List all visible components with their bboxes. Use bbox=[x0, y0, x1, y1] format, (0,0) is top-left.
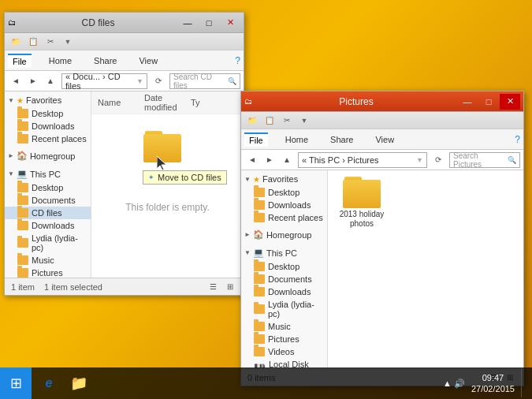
taskbar-time-display: 09:47 bbox=[471, 372, 515, 383]
pictures-qa-dropdown[interactable]: ▼ bbox=[296, 114, 312, 128]
cd-desktop-label: Desktop bbox=[32, 109, 63, 118]
cd-sidebar-documents[interactable]: Documents bbox=[5, 194, 91, 207]
pictures-sidebar-recent[interactable]: Recent places bbox=[241, 211, 327, 224]
cd-refresh-btn[interactable]: ⟳ bbox=[151, 73, 166, 89]
cd-downloads2-label: Downloads bbox=[32, 221, 74, 230]
pictures-favorites-header[interactable]: ▼ ★ Favorites bbox=[241, 172, 327, 186]
pictures-tab-view[interactable]: View bbox=[370, 133, 399, 146]
pictures-holiday-folder-img bbox=[343, 177, 381, 208]
taskbar-explorer-icon[interactable]: 📁 bbox=[65, 369, 93, 397]
pictures-sidebar-downloads[interactable]: Downloads bbox=[241, 285, 327, 298]
cd-sidebar-favorites-header[interactable]: ▼ ★ Favorites bbox=[5, 93, 91, 107]
start-icon: ⊞ bbox=[10, 375, 22, 392]
pictures-thispc-header[interactable]: ▼ 💻 This PC bbox=[241, 245, 327, 260]
pictures-tab-share[interactable]: Share bbox=[326, 133, 358, 146]
pictures-homegroup-header[interactable]: ► 🏠 Homegroup bbox=[241, 227, 327, 242]
cd-sidebar-item-downloads[interactable]: Downloads bbox=[5, 120, 91, 132]
pictures-help-btn[interactable]: ? bbox=[515, 134, 520, 145]
cd-back-btn[interactable]: ◄ bbox=[8, 73, 24, 89]
pictures-close-btn[interactable]: ✕ bbox=[500, 94, 520, 110]
cd-view-grid-btn[interactable]: ⊞ bbox=[223, 280, 237, 294]
cd-homegroup-icon: 🏠 bbox=[17, 151, 28, 161]
cd-sidebar-music[interactable]: Music bbox=[5, 254, 91, 267]
pictures-sidebar-favorites-section: ▼ ★ Favorites Desktop Downloads Recent p… bbox=[241, 170, 327, 226]
cd-ribbon: File Home Share View ? bbox=[5, 50, 244, 71]
pictures-addr-dropdown[interactable]: ▼ bbox=[416, 156, 423, 164]
pictures-forward-btn[interactable]: ► bbox=[262, 152, 277, 168]
cd-sidebar-desktop[interactable]: Desktop bbox=[5, 181, 91, 194]
cd-maximize-btn[interactable]: □ bbox=[199, 15, 219, 31]
pictures-qa-icon1[interactable]: 📁 bbox=[244, 114, 260, 128]
pictures-sidebar-thispc-desktop[interactable]: Desktop bbox=[241, 260, 327, 273]
cd-forward-btn[interactable]: ► bbox=[25, 73, 41, 89]
cd-addr-dropdown[interactable]: ▼ bbox=[136, 77, 143, 85]
cd-qa-icon2[interactable]: 📋 bbox=[25, 35, 41, 49]
cd-qa-icon1[interactable]: 📁 bbox=[8, 35, 24, 49]
cd-help-btn[interactable]: ? bbox=[235, 55, 240, 66]
pictures-music-label: Music bbox=[268, 322, 291, 331]
pictures-holiday-folder[interactable]: 2013 holiday photos bbox=[334, 177, 389, 229]
pictures-up-btn[interactable]: ▲ bbox=[279, 152, 295, 168]
cd-thispc-header[interactable]: ▼ 💻 This PC bbox=[5, 166, 91, 181]
start-button[interactable]: ⊞ bbox=[0, 367, 32, 399]
pictures-tab-file[interactable]: File bbox=[244, 132, 268, 147]
cd-tab-home[interactable]: Home bbox=[44, 54, 76, 67]
cd-search-box[interactable]: Search CD files 🔍 bbox=[169, 73, 240, 89]
cd-up-btn[interactable]: ▲ bbox=[43, 73, 58, 89]
pictures-sidebar-pictures[interactable]: Pictures bbox=[241, 333, 327, 345]
pictures-downloads-label: Downloads bbox=[268, 200, 311, 210]
pictures-sidebar-music[interactable]: Music bbox=[241, 320, 327, 333]
cd-sidebar-lydia[interactable]: Lydia (lydia-pc) bbox=[5, 232, 91, 254]
cd-window-controls: — □ ✕ bbox=[177, 15, 240, 31]
pictures-maximize-btn[interactable]: □ bbox=[478, 94, 499, 110]
pictures-window: 🗂 Pictures — □ ✕ 📁 📋 ✂ ▼ File Home Share… bbox=[240, 91, 524, 386]
pictures-sidebar-videos[interactable]: Videos bbox=[241, 345, 327, 358]
cd-sidebar-item-recent[interactable]: Recent places bbox=[5, 132, 91, 145]
pictures-tab-home[interactable]: Home bbox=[281, 133, 313, 146]
cd-sidebar-item-desktop[interactable]: Desktop bbox=[5, 107, 91, 120]
cd-close-btn[interactable]: ✕ bbox=[220, 15, 240, 31]
cd-minimize-btn[interactable]: — bbox=[177, 15, 198, 31]
pictures-qa-icon3[interactable]: ✂ bbox=[279, 114, 295, 128]
pictures-minimize-btn[interactable]: — bbox=[457, 94, 478, 110]
cd-sidebar-pictures[interactable]: Pictures bbox=[5, 267, 91, 278]
taskbar-clock[interactable]: 09:47 27/02/2015 bbox=[471, 372, 515, 395]
pictures-ribbon: File Home Share View ? bbox=[241, 129, 523, 150]
cd-address-bar: ◄ ► ▲ « Docu... › CD files ▼ ⟳ Search CD… bbox=[5, 71, 244, 91]
pictures-content-pane: 2013 holiday photos bbox=[328, 170, 523, 368]
pictures-qa-icon2[interactable]: 📋 bbox=[262, 114, 277, 128]
pictures-sidebar-homegroup-section: ► 🏠 Homegroup bbox=[241, 226, 327, 244]
pictures-window-title: Pictures bbox=[255, 96, 457, 107]
cd-title-bar: 🗂 CD files — □ ✕ bbox=[5, 13, 244, 33]
cd-address-path[interactable]: « Docu... › CD files ▼ bbox=[61, 73, 147, 89]
cd-qa-dropdown[interactable]: ▼ bbox=[60, 35, 76, 49]
cd-qa-icon3[interactable]: ✂ bbox=[43, 35, 58, 49]
pictures-search-box[interactable]: Search Pictures 🔍 bbox=[449, 152, 520, 168]
cd-thispc-icon: 💻 bbox=[17, 169, 28, 179]
taskbar-show-desktop[interactable] bbox=[521, 369, 526, 397]
cd-tab-view[interactable]: View bbox=[134, 54, 162, 67]
pictures-back-btn[interactable]: ◄ bbox=[244, 152, 260, 168]
pictures-sidebar-documents[interactable]: Documents bbox=[241, 273, 327, 285]
cd-homegroup-header[interactable]: ► 🏠 Homegroup bbox=[5, 148, 91, 163]
pictures-sidebar-lydia[interactable]: Lydia (lydia-pc) bbox=[241, 298, 327, 320]
cd-status-items: 1 item bbox=[11, 282, 35, 292]
pictures-homegroup-arrow: ► bbox=[244, 231, 251, 238]
cd-view-list-btn[interactable]: ☰ bbox=[206, 280, 220, 294]
cd-dragged-folder: Move to CD files bbox=[135, 131, 190, 162]
pictures-music-icon bbox=[254, 322, 265, 331]
cd-sidebar-cdfiles[interactable]: CD files bbox=[5, 207, 91, 219]
pictures-address-path[interactable]: « This PC › Pictures ▼ bbox=[298, 152, 427, 168]
cd-favorites-arrow: ▼ bbox=[8, 97, 14, 104]
pictures-sidebar-downloads[interactable]: Downloads bbox=[241, 199, 327, 211]
pictures-refresh-btn[interactable]: ⟳ bbox=[430, 152, 446, 168]
pictures-downloads2-icon bbox=[254, 287, 265, 296]
cd-thispc-arrow: ▼ bbox=[8, 170, 14, 177]
cd-tab-file[interactable]: File bbox=[8, 54, 32, 68]
taskbar-tray-icons: ▲ 🔊 bbox=[443, 378, 465, 389]
cd-sidebar-downloads[interactable]: Downloads bbox=[5, 219, 91, 232]
cd-cursor bbox=[157, 156, 168, 173]
pictures-sidebar-desktop[interactable]: Desktop bbox=[241, 186, 327, 199]
cd-tab-share[interactable]: Share bbox=[89, 54, 121, 67]
taskbar-ie-icon[interactable]: e bbox=[35, 369, 63, 397]
